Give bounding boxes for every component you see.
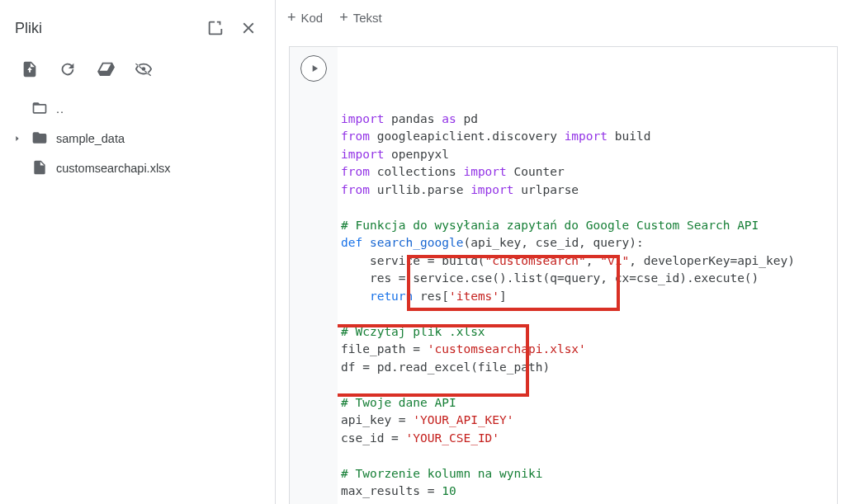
code-cell[interactable]: import pandas as pdfrom googleapiclient.…	[289, 46, 838, 504]
code-line	[341, 447, 830, 465]
code-line: res = service.cse().list(q=query, cx=cse…	[341, 270, 830, 288]
code-line: for i in range(1, max_results + 1):	[341, 501, 830, 505]
plus-icon: +	[339, 10, 348, 25]
code-line: service = build("customsearch", "v1", de…	[341, 252, 830, 271]
code-line: cse_id = 'YOUR_CSE_ID'	[341, 430, 830, 448]
cell-toolbar: + Kod + Tekst	[276, 0, 851, 35]
sidebar-title: Pliki	[15, 20, 199, 37]
close-icon[interactable]	[232, 12, 265, 45]
refresh-icon[interactable]	[56, 58, 79, 81]
code-line: # Wczytaj plik .xlsx	[341, 323, 830, 341]
tree-label-parent: ..	[56, 102, 64, 115]
run-cell-button[interactable]	[300, 55, 327, 82]
code-line: max_results = 10	[341, 483, 830, 501]
folder-icon	[31, 130, 48, 148]
play-icon	[309, 63, 320, 74]
files-sidebar: Pliki ..	[0, 0, 276, 504]
code-line: api_key = 'YOUR_API_KEY'	[341, 412, 830, 430]
chevron-right-icon[interactable]	[12, 134, 23, 143]
code-editor[interactable]: import pandas as pdfrom googleapiclient.…	[338, 47, 837, 504]
add-text-button[interactable]: + Tekst	[339, 10, 382, 25]
code-line: return res['items']	[341, 288, 830, 306]
code-line: import pandas as pd	[341, 111, 830, 129]
notebook-area: import pandas as pdfrom googleapiclient.…	[276, 35, 851, 504]
code-line	[341, 376, 830, 394]
code-line: import openpyxl	[341, 146, 830, 164]
mount-drive-icon[interactable]	[94, 58, 117, 81]
hidden-files-icon[interactable]	[132, 58, 155, 81]
folder-open-icon	[31, 100, 48, 119]
new-window-icon[interactable]	[199, 12, 232, 45]
code-line: file_path = 'customsearchapi.xlsx'	[341, 341, 830, 359]
file-icon	[31, 159, 48, 178]
add-code-button[interactable]: + Kod	[287, 10, 323, 25]
code-line: from collections import Counter	[341, 163, 830, 181]
tree-file-xlsx[interactable]: customsearchapi.xlsx	[7, 153, 275, 183]
code-line: # Tworzenie kolumn na wyniki	[341, 465, 830, 483]
plus-icon: +	[287, 10, 296, 25]
code-line: from googleapiclient.discovery import bu…	[341, 128, 830, 146]
tree-parent-dir[interactable]: ..	[7, 94, 275, 124]
code-line: # Funkcja do wysyłania zapytań do Google…	[341, 217, 830, 235]
notebook-main: + Kod + Tekst import pandas as pdfrom go…	[276, 0, 851, 504]
add-code-label: Kod	[301, 11, 324, 25]
add-text-label: Tekst	[353, 11, 382, 25]
code-line: df = pd.read_excel(file_path)	[341, 359, 830, 377]
sidebar-header: Pliki	[0, 7, 275, 53]
code-line	[341, 305, 830, 323]
code-line: # Twoje dane API	[341, 394, 830, 412]
tree-label-file: customsearchapi.xlsx	[56, 162, 171, 175]
cell-gutter	[290, 47, 338, 504]
tree-label-folder: sample_data	[56, 132, 125, 145]
tree-folder-sample-data[interactable]: sample_data	[7, 124, 275, 153]
code-line: from urllib.parse import urlparse	[341, 181, 830, 200]
code-line: def search_google(api_key, cse_id, query…	[341, 234, 830, 252]
file-tree: .. sample_data customsearchapi.xlsx	[0, 92, 275, 183]
sidebar-toolbar	[0, 53, 275, 92]
code-line	[341, 199, 830, 217]
upload-file-icon[interactable]	[18, 58, 41, 81]
